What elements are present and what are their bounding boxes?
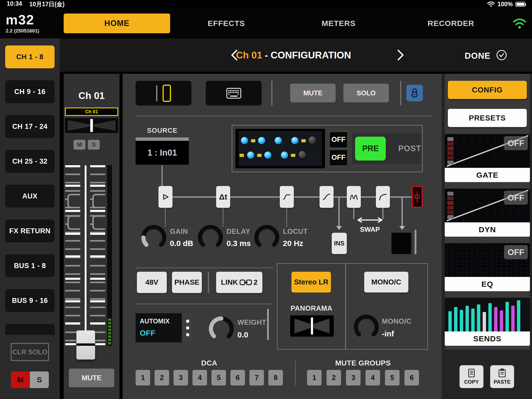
status-wifi-icon <box>487 1 495 7</box>
automix-options-button[interactable] <box>182 313 193 342</box>
dca-button-5[interactable]: 5 <box>211 370 226 385</box>
tab-home[interactable]: HOME <box>64 14 170 33</box>
ellipsis-dot <box>186 333 189 336</box>
weight-knob[interactable] <box>208 316 234 342</box>
post-button[interactable]: POST <box>398 144 421 153</box>
mute-group-button-5[interactable]: 5 <box>385 370 400 385</box>
solo-button[interactable]: SOLO <box>343 84 389 102</box>
phase-button[interactable]: PHASE <box>172 272 202 293</box>
tab-config[interactable]: CONFIG <box>448 81 527 99</box>
channel-color-button[interactable] <box>136 81 191 105</box>
mute-group-button-2[interactable]: 2 <box>327 370 341 385</box>
eq-label[interactable]: EQ <box>445 277 530 291</box>
rename-keyboard-button[interactable] <box>206 81 262 105</box>
fader-handle[interactable] <box>76 330 95 360</box>
mute-group-button-6[interactable]: 6 <box>404 370 419 385</box>
channel-fader[interactable] <box>65 165 117 347</box>
preamp-off-button-2[interactable]: OFF <box>329 149 348 166</box>
done-check-icon[interactable] <box>496 49 507 61</box>
weight-scrollbar[interactable] <box>267 309 269 340</box>
scribble-strip[interactable]: Ch 01 <box>65 108 118 116</box>
mono-c-button[interactable]: MONO/C <box>364 272 408 292</box>
gate-label[interactable]: GATE <box>445 168 530 182</box>
sidebar-item-aux[interactable]: AUX <box>5 185 55 208</box>
mute-group-button-4[interactable]: 4 <box>365 370 380 385</box>
sidebar-item-ch17-24[interactable]: CH 17 - 24 <box>5 115 55 138</box>
source-selector[interactable]: 1 : In01 <box>136 137 189 165</box>
chain-eq-button[interactable] <box>347 186 361 208</box>
sends-thumbnail <box>445 298 530 331</box>
insert-slot[interactable] <box>391 233 411 254</box>
strip-pan-control[interactable] <box>65 118 118 133</box>
paste-button[interactable]: PASTE <box>490 365 514 388</box>
sidebar-item-partial[interactable] <box>5 324 55 335</box>
delay-knob[interactable] <box>197 224 223 250</box>
chain-locut-button[interactable] <box>280 186 294 208</box>
phantom-48v-button[interactable]: 48V <box>137 272 167 293</box>
insert-button[interactable]: INS <box>332 233 347 254</box>
chain-gate-button[interactable] <box>320 186 334 208</box>
dca-button-7[interactable]: 7 <box>249 370 264 385</box>
gate-card[interactable]: OFF GATE <box>445 134 530 182</box>
locut-knob[interactable] <box>254 224 280 250</box>
mono-level-knob[interactable] <box>353 314 379 340</box>
automix-selector[interactable]: AUTOMIX OFF <box>136 313 182 342</box>
delay-value: 0.3 ms <box>227 239 251 248</box>
tab-meters[interactable]: METERS <box>282 19 395 28</box>
done-button[interactable]: DONE <box>465 51 490 61</box>
sidebar-mute-button[interactable]: M <box>11 371 30 388</box>
dca-button-4[interactable]: 4 <box>192 370 207 385</box>
sidebar-item-bus1-8[interactable]: BUS 1 - 8 <box>5 254 55 277</box>
stereo-lr-button[interactable]: Stereo LR <box>291 272 331 292</box>
strip-solo-toggle[interactable]: S <box>88 140 100 150</box>
keyboard-icon <box>226 88 241 99</box>
connection-wifi-icon[interactable] <box>512 18 527 29</box>
eq-card[interactable]: OFF EQ <box>445 243 530 291</box>
dca-button-2[interactable]: 2 <box>155 370 169 385</box>
link-button[interactable]: LINK 2 <box>216 272 262 293</box>
connector-dashed <box>223 208 223 227</box>
weight-value: 0.0 <box>237 330 248 339</box>
chain-preamp-button[interactable] <box>158 186 172 208</box>
dca-button-3[interactable]: 3 <box>174 370 188 385</box>
mute-button[interactable]: MUTE <box>290 84 336 102</box>
sidebar-item-ch25-32[interactable]: CH 25 - 32 <box>5 150 55 173</box>
sidebar-item-fx-return[interactable]: FX RETURN <box>5 220 55 242</box>
swap-arrow-icon[interactable] <box>355 217 385 223</box>
copy-button[interactable]: COPY <box>460 365 483 388</box>
clear-solo-button[interactable]: CLR SOLO <box>11 343 49 361</box>
lock-button[interactable] <box>406 85 423 101</box>
gain-knob[interactable] <box>141 224 167 250</box>
preamp-off-button-1[interactable]: OFF <box>329 131 348 148</box>
tab-presets[interactable]: PRESETS <box>448 109 527 127</box>
strip-mute-button[interactable]: MUTE <box>69 369 114 387</box>
tab-effects[interactable]: EFFECTS <box>170 19 282 28</box>
insert-scrollbar[interactable] <box>415 230 416 254</box>
panorama-control[interactable] <box>290 315 334 337</box>
locut-value: 20 Hz <box>283 239 303 248</box>
page-title-channel: Ch 01 <box>236 50 262 61</box>
sends-card[interactable]: SENDS <box>445 298 530 346</box>
dca-button-6[interactable]: 6 <box>230 370 245 385</box>
preamp-image[interactable] <box>235 129 325 168</box>
mute-group-button-1[interactable]: 1 <box>307 370 322 385</box>
dca-button-1[interactable]: 1 <box>136 370 150 385</box>
next-channel-chevron-icon[interactable] <box>396 49 405 61</box>
dyn-label[interactable]: DYN <box>445 222 530 237</box>
preamp-triangle-icon <box>160 192 171 202</box>
chain-fader-stage[interactable] <box>412 186 423 208</box>
strip-mute-toggle[interactable]: M <box>74 140 85 150</box>
sends-label[interactable]: SENDS <box>445 331 530 346</box>
chain-dynamics-button[interactable] <box>376 186 390 208</box>
dyn-card[interactable]: OFF DYN <box>445 189 530 237</box>
chain-delay-button[interactable]: Δt <box>216 186 230 208</box>
mute-group-button-3[interactable]: 3 <box>346 370 361 385</box>
sidebar-item-ch1-8[interactable]: CH 1 - 8 <box>5 45 55 68</box>
fader-track[interactable] <box>85 165 87 347</box>
sidebar-item-bus9-16[interactable]: BUS 9 - 16 <box>5 289 55 312</box>
dca-button-8[interactable]: 8 <box>268 370 283 385</box>
tab-recorder[interactable]: RECORDER <box>395 19 507 28</box>
sidebar-item-ch9-16[interactable]: CH 9 - 16 <box>5 80 55 103</box>
sidebar-solo-button[interactable]: S <box>30 371 49 388</box>
pre-button[interactable]: PRE <box>355 137 386 161</box>
